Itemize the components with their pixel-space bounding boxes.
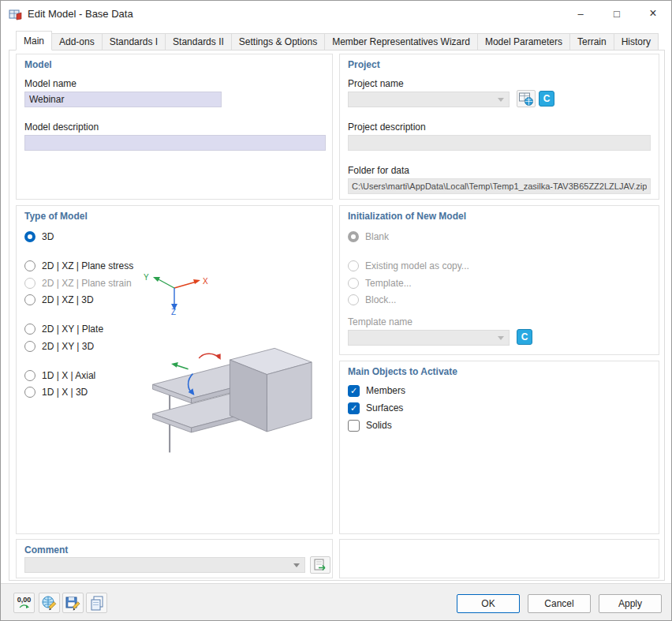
edit-units-button[interactable] <box>39 593 60 613</box>
apply-button[interactable]: Apply <box>599 594 662 613</box>
floppy-pencil-icon <box>65 595 81 612</box>
main-objects-title: Main Objects to Activate <box>348 366 457 377</box>
radio-1d-x-axial[interactable]: 1D | X | Axial <box>24 369 95 382</box>
checkbox-members[interactable]: ✓ Members <box>348 384 405 397</box>
tab-history[interactable]: History <box>614 33 659 51</box>
tab-bar: Main Add-ons Standards I Standards II Se… <box>16 31 659 51</box>
tab-standards-1[interactable]: Standards I <box>102 33 166 51</box>
radio-icon <box>24 278 35 289</box>
project-description-input <box>348 135 651 151</box>
model-group: Model Model name Model description <box>16 54 333 200</box>
checkbox-icon <box>348 420 360 432</box>
chevron-down-icon <box>293 563 300 567</box>
tab-standards-2[interactable]: Standards II <box>165 33 232 51</box>
radio-existing-model-as-copy: Existing model as copy... <box>348 260 469 272</box>
project-description-label: Project description <box>348 122 426 133</box>
bottom-bar: 0,00 <box>1 583 671 620</box>
initialization-title: Initialization of New Model <box>348 211 466 222</box>
radio-icon <box>348 231 359 242</box>
radio-blank: Blank <box>348 230 389 243</box>
model-3d-preview <box>139 337 316 455</box>
radio-icon <box>348 278 359 289</box>
folder-for-data-input <box>348 178 651 194</box>
copy-icon <box>89 595 105 611</box>
radio-icon <box>24 260 35 271</box>
cancel-button[interactable]: Cancel <box>528 594 591 613</box>
comment-sheet-icon <box>312 557 328 573</box>
radio-icon <box>348 260 359 271</box>
tab-member-representatives-wizard[interactable]: Member Representatives Wizard <box>324 33 478 51</box>
model-description-label: Model description <box>24 122 99 133</box>
comment-combo[interactable] <box>24 557 305 573</box>
project-group: Project Project name C Project descripti… <box>339 54 659 200</box>
window-title: Edit Model - Base Data <box>28 8 133 20</box>
decimal-places-icon: 0,00 <box>17 597 32 604</box>
model-name-input[interactable] <box>24 92 222 107</box>
template-app-button[interactable]: C <box>517 329 532 345</box>
type-of-model-title: Type of Model <box>24 211 88 222</box>
checkbox-icon: ✓ <box>348 385 360 397</box>
ok-button[interactable]: OK <box>457 594 520 613</box>
radio-icon <box>24 324 35 335</box>
checkbox-label: Solids <box>366 420 392 431</box>
checkbox-surfaces[interactable]: ✓ Surfaces <box>348 402 403 414</box>
svg-text:Y: Y <box>144 273 149 282</box>
project-group-title: Project <box>348 59 380 70</box>
maximize-button[interactable]: □ <box>599 1 635 26</box>
tab-settings-options[interactable]: Settings & Options <box>231 33 325 51</box>
radio-icon <box>24 370 35 381</box>
model-name-label: Model name <box>24 78 77 89</box>
radio-2d-xz-3d[interactable]: 2D | XZ | 3D <box>24 294 94 306</box>
c-icon: C <box>521 331 528 342</box>
minimize-button[interactable]: – <box>562 1 599 26</box>
copy-settings-button[interactable] <box>86 593 107 613</box>
tab-terrain[interactable]: Terrain <box>569 33 614 51</box>
folder-for-data-label: Folder for data <box>348 165 409 176</box>
open-in-project-app-button[interactable]: C <box>539 91 554 107</box>
tab-model-parameters[interactable]: Model Parameters <box>477 33 570 51</box>
radio-2d-xy-3d[interactable]: 2D | XY | 3D <box>24 340 94 353</box>
window-controls: – □ × <box>562 1 671 26</box>
radio-2d-xz-plane-strain: 2D | XZ | Plane strain <box>24 277 132 290</box>
edit-model-dialog: Edit Model - Base Data – □ × Main Add-on… <box>0 0 672 621</box>
radio-2d-xy-plate[interactable]: 2D | XY | Plate <box>24 323 103 335</box>
template-name-label: Template name <box>348 316 413 327</box>
c-icon: C <box>543 93 551 104</box>
model-group-title: Model <box>24 59 52 70</box>
project-manager-button[interactable] <box>517 90 536 107</box>
comment-title: Comment <box>24 544 68 556</box>
decimal-places-button[interactable]: 0,00 <box>13 593 35 613</box>
svg-text:X: X <box>203 277 208 286</box>
tab-main[interactable]: Main <box>16 31 52 51</box>
project-name-label: Project name <box>348 78 404 89</box>
save-as-default-button[interactable] <box>62 593 84 613</box>
title-bar: Edit Model - Base Data – □ × <box>1 1 671 26</box>
tab-page-main: Model Model name Model description Proje… <box>9 50 665 581</box>
chevron-down-icon <box>498 336 504 340</box>
empty-group <box>339 539 659 578</box>
template-name-combo <box>348 330 510 346</box>
app-icon <box>9 7 22 21</box>
checkbox-label: Surfaces <box>366 402 403 413</box>
radio-3d[interactable]: 3D <box>24 230 54 243</box>
main-objects-group: Main Objects to Activate ✓ Members ✓ Sur… <box>339 361 659 534</box>
close-button[interactable]: × <box>635 1 671 26</box>
radio-icon <box>348 294 359 305</box>
project-name-combo <box>348 92 510 107</box>
radio-1d-x-3d[interactable]: 1D | X | 3D <box>24 386 88 398</box>
comment-group: Comment <box>16 539 333 578</box>
tab-add-ons[interactable]: Add-ons <box>51 33 103 51</box>
checkbox-icon: ✓ <box>348 402 360 414</box>
chevron-down-icon <box>498 98 504 102</box>
radio-icon <box>24 294 35 305</box>
radio-2d-xz-plane-stress[interactable]: 2D | XZ | Plane stress <box>24 260 133 272</box>
project-manager-icon <box>518 91 534 107</box>
initialization-group: Initialization of New Model Blank Existi… <box>339 205 659 355</box>
globe-pencil-icon <box>41 595 58 612</box>
type-of-model-group: Type of Model 3D 2D | XZ | Plane stress … <box>16 205 333 534</box>
comment-insert-button[interactable] <box>310 556 330 574</box>
radio-icon <box>24 341 35 352</box>
model-description-input[interactable] <box>24 135 326 151</box>
green-arrow-icon <box>19 604 30 609</box>
checkbox-solids[interactable]: Solids <box>348 419 392 432</box>
